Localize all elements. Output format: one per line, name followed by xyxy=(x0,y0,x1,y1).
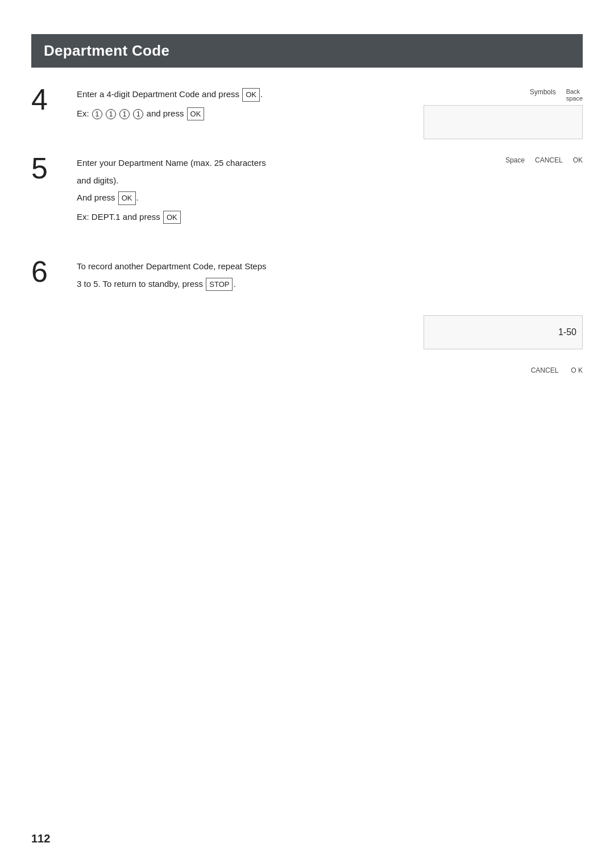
panel4-display xyxy=(424,105,583,139)
panel-step5: 1-50 CANCEL O K xyxy=(424,315,583,374)
step-number-5: 5 xyxy=(31,153,77,228)
page-header: Department Code xyxy=(31,34,583,68)
digit-1d: 1 xyxy=(133,109,143,119)
step-5-instruction-2: and digits). xyxy=(77,174,583,187)
stop-key: STOP xyxy=(206,278,233,291)
page-title: Department Code xyxy=(44,42,570,60)
backspace-label: Backspace xyxy=(566,88,583,102)
step-number-4: 4 xyxy=(31,85,77,125)
step-6-content: To record another Department Code, repea… xyxy=(77,257,583,295)
digit-1b: 1 xyxy=(106,109,116,119)
ok-key-1: OK xyxy=(242,88,260,102)
space-label: Space xyxy=(505,156,525,164)
panel5-display: 1-50 xyxy=(424,315,583,349)
step-6-instruction-1: To record another Department Code, repea… xyxy=(77,260,583,273)
cancel-label-2: CANCEL xyxy=(531,366,559,374)
panel5-bottom-labels: CANCEL O K xyxy=(424,366,583,374)
ok-label-2: O K xyxy=(571,366,583,374)
ok-label-1: OK xyxy=(573,156,583,164)
page-number: 112 xyxy=(31,832,50,845)
value-display: 1-50 xyxy=(558,327,576,337)
ok-key-4: OK xyxy=(163,211,181,224)
digit-1a: 1 xyxy=(92,109,102,119)
ok-key-2: OK xyxy=(187,107,205,121)
ok-key-3: OK xyxy=(118,191,136,205)
step-5-instruction-3: And press OK. xyxy=(77,191,583,205)
panel-step4: Symbols Backspace Space CANCEL OK xyxy=(424,88,583,168)
step-6: 6 To record another Department Code, rep… xyxy=(31,257,583,295)
cancel-label-1: CANCEL xyxy=(535,156,563,164)
digit-1c: 1 xyxy=(119,109,130,119)
panel4-top-labels: Symbols Backspace xyxy=(424,88,583,102)
symbols-label: Symbols xyxy=(530,88,556,102)
step-6-instruction-2: 3 to 5. To return to standby, press STOP… xyxy=(77,278,583,291)
step-number-6: 6 xyxy=(31,257,77,295)
panel4-bottom-labels: Space CANCEL OK xyxy=(424,156,583,164)
step-5-example: Ex: DEPT.1 and press OK xyxy=(77,211,583,224)
